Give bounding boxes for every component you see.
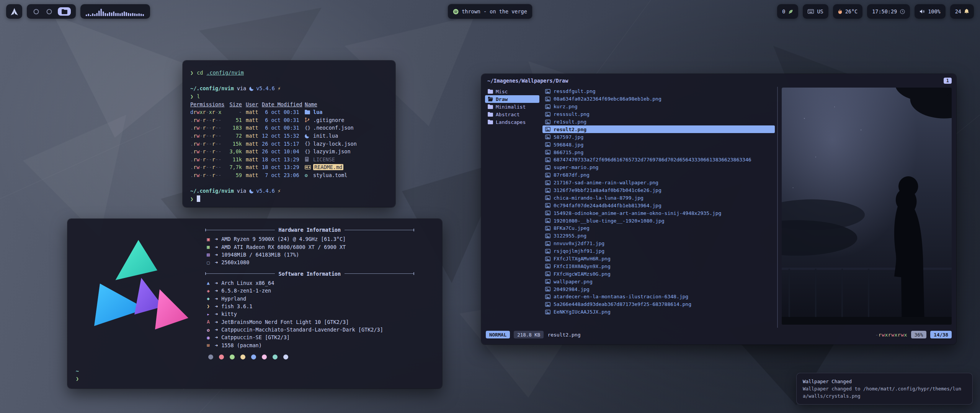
image-file-icon	[545, 127, 550, 132]
file-row[interactable]: 3126f7e9bbf21a8a4af0b67b041c6e26.jpg	[542, 187, 775, 194]
updates-module[interactable]: 0	[777, 4, 798, 19]
image-file-icon	[545, 165, 550, 170]
prompt-char: ❯	[190, 70, 193, 76]
music-player-widget[interactable]: thrown - on the verge	[448, 4, 532, 19]
image-file-icon	[545, 279, 550, 284]
file-row[interactable]: FXfcJlTXgAMvH6R.png	[542, 255, 775, 263]
arrow-icon: ➜	[215, 259, 218, 265]
file-row[interactable]: result2.png	[542, 125, 775, 133]
git-icon	[305, 117, 313, 122]
image-file-icon	[545, 180, 550, 185]
sidebar-folder-abstract[interactable]: Abstract	[485, 111, 539, 118]
file-row[interactable]: rsjqojlmjhf91.jpg	[542, 247, 775, 255]
music-icon	[453, 9, 459, 15]
shell-icon: ❯	[205, 303, 211, 309]
selected-filename: result2.png	[547, 332, 580, 338]
image-file-icon	[545, 173, 550, 177]
markdown-icon	[305, 165, 313, 169]
file-row[interactable]: 217167-sad-anime-rain-wallpaper.png	[542, 179, 775, 187]
sidebar-folder-minimalist[interactable]: Minimalist	[485, 103, 539, 111]
file-row[interactable]: 19201080-__blue-tinge__-1920×1080.jpg	[542, 217, 775, 224]
workspace-3-button-active[interactable]	[58, 7, 71, 16]
image-file-icon	[545, 120, 550, 124]
theme-icon: ✿	[205, 327, 211, 333]
fetch-font-line: A➜JetBrainsMono Nerd Font Light 10 [GTK2…	[205, 318, 432, 326]
launcher-button[interactable]	[6, 4, 22, 19]
tab-indicator: 1	[944, 78, 952, 84]
workspaces	[27, 4, 76, 19]
notifications-module[interactable]: 24	[950, 4, 974, 19]
file-row[interactable]: 3122955.png	[542, 232, 775, 240]
terminal-icon: ▸	[205, 311, 211, 317]
workspace-2-button[interactable]	[45, 7, 53, 16]
folder-icon	[488, 104, 493, 109]
fetch-kernel-line: ◈➜6.5.8-zen1-1-zen	[205, 287, 432, 294]
wallpaper-changed-notification[interactable]: Wallpaper Changed Wallpaper changed to /…	[796, 373, 973, 405]
listing-row: .rw-r--r--51matt 6 oct 00:31.gitignore	[190, 116, 388, 124]
image-file-icon	[545, 195, 550, 200]
file-row[interactable]: 866715.png	[542, 148, 775, 156]
os-icon: ▲	[205, 280, 211, 286]
fetch-packages-line: ⊞➜1558 (pacman)	[205, 341, 432, 349]
file-row[interactable]: 8FKa7Cu.jpeg	[542, 224, 775, 232]
file-row[interactable]: 587597.jpg	[542, 133, 775, 141]
file-row[interactable]: wallpaper.png	[542, 278, 775, 285]
packages-icon: ⊞	[205, 342, 211, 348]
file-row[interactable]: FXfcII0X0AQyn9X.png	[542, 262, 775, 270]
clock-module[interactable]: 17:50:29	[867, 4, 910, 19]
terminal-cursor	[197, 195, 200, 202]
terminal-nvim-window[interactable]: ❯cd.config/nvim ~/.config/nvimviav5.4.6⚡…	[183, 60, 395, 207]
file-row[interactable]: 0c794faf07de24a4db4d4fb1eb813964.jpg	[542, 202, 775, 209]
file-row[interactable]: super-mario.png	[542, 164, 775, 171]
software-section-header: Software Information	[205, 270, 414, 278]
file-row[interactable]: re1sult.png	[542, 118, 775, 126]
starship-context-line: ~/.config/nvimviav5.4.6⚡	[190, 85, 388, 93]
file-row[interactable]: atardecer-en-la-montanas-ilustracion-634…	[542, 293, 775, 301]
fetch-display-line: ▢➜980x413	[205, 259, 432, 266]
font-icon: A	[205, 319, 211, 325]
palette-dot	[262, 354, 267, 359]
keyboard-layout-module[interactable]: US	[803, 4, 828, 19]
listing-row: .rw-r--r--183matt 6 oct 00:31{}.neoconf.…	[190, 124, 388, 132]
volume-module[interactable]: 100%	[915, 4, 946, 19]
file-row[interactable]: ressdfgult.png	[542, 88, 775, 95]
flame-icon	[838, 9, 842, 14]
file-row[interactable]: FXfcHgcWIAMzs0G.png	[542, 270, 775, 278]
fetch-os-line: ▲➜Arch Linux x86_64	[205, 279, 432, 287]
temperature-value: 26°C	[845, 8, 858, 15]
command-text: cd	[197, 70, 203, 76]
display-icon: ▢	[205, 260, 211, 265]
sidebar-folder-landscapes[interactable]: Landscapes	[485, 118, 539, 126]
arrow-icon: ➜	[215, 319, 218, 325]
image-file-icon	[545, 272, 550, 276]
file-row[interactable]: nnvuv0xj2df71.jpg	[542, 240, 775, 247]
keyboard-layout-value: US	[817, 8, 823, 15]
file-row[interactable]: EeNKYgIUcAAJ5JX.png	[542, 308, 775, 316]
file-row[interactable]: 154928-odinokoe_anime-art-anime-okno-sin…	[542, 209, 775, 217]
workspace-1-button[interactable]	[32, 7, 40, 16]
image-file-icon	[545, 287, 550, 291]
file-row[interactable]: 5a266e448add93deab367d87173e9f25-6837886…	[542, 301, 775, 308]
file-manager-statusbar: NORMAL 218.8 KB result2.png -rwxrwxrwx 3…	[481, 328, 956, 345]
file-manager-window[interactable]: ~/Imagenes/Wallpapers/Draw 1 MiscDrawMin…	[481, 74, 956, 345]
notifications-count: 24	[955, 8, 961, 15]
sidebar-folder-misc[interactable]: Misc	[485, 88, 539, 95]
file-row[interactable]: 596848.jpg	[542, 141, 775, 148]
leaf-icon	[788, 9, 793, 14]
fetch-terminal-window[interactable]: Hardware Information ▣➜AMD Ryzen 9 5900X…	[67, 219, 442, 389]
arrow-icon: ➜	[215, 327, 218, 333]
file-row[interactable]: chica-mirando-la-luna-8799.jpg	[542, 194, 775, 202]
image-file-icon	[545, 294, 550, 299]
file-row[interactable]: 87r687df.png	[542, 171, 775, 179]
file-row[interactable]: kurz.png	[542, 103, 775, 111]
file-row[interactable]: 68747470733a2f2f696d616765732d7769786d70…	[542, 156, 775, 164]
icons-icon: ◉	[205, 335, 211, 340]
updates-count: 0	[782, 8, 785, 15]
sidebar-folder-draw[interactable]: Draw	[485, 95, 539, 103]
starship-context-line-2: ~/.config/nvimviav5.4.6⚡	[190, 187, 388, 195]
file-row[interactable]: 08a634fa02a32364f69ebc86a98eb1eb.png	[542, 95, 775, 103]
file-row[interactable]: 20492984.jpg	[542, 285, 775, 293]
fetch-wm-line: ◆➜Hyprland	[205, 294, 432, 302]
file-row[interactable]: resssult.png	[542, 111, 775, 118]
temperature-module[interactable]: 26°C	[833, 4, 863, 19]
